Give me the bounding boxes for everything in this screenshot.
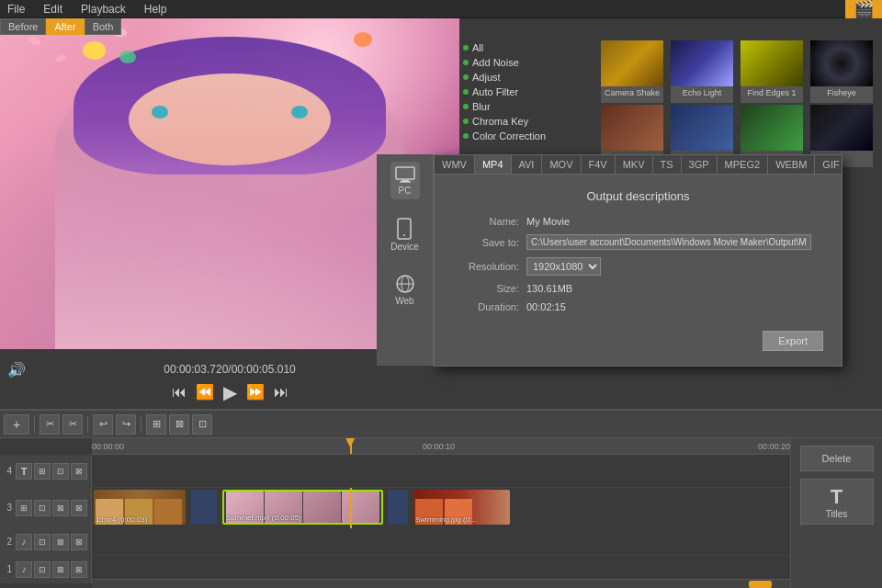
clip-swimming[interactable]: Swimming.jpg (0:...: [413, 490, 510, 525]
titles-button[interactable]: T Titles: [800, 479, 874, 525]
form-row-resolution: Resolution: 1920x1080 1280x720 854x480: [453, 257, 823, 276]
track-icon-lock1[interactable]: ⊠: [52, 561, 69, 578]
track-icon-eye2[interactable]: ⊡: [34, 534, 51, 550]
resolution-select[interactable]: 1920x1080 1280x720 854x480: [526, 257, 601, 276]
effects-panel: All Add Noise Adjust Auto Filter Blur Ch…: [459, 37, 597, 147]
filter-fisheye[interactable]: Fisheye: [810, 40, 873, 103]
track-icon-lock3[interactable]: ⊠: [52, 500, 69, 516]
fast-forward-button[interactable]: ⏩: [246, 383, 265, 401]
timeline-toolbar: + ✂ ✂ ↩ ↪ ⊞ ⊠ ⊡: [0, 411, 882, 438]
track-icon-eye3[interactable]: ⊡: [34, 500, 51, 516]
track-icon-mute3[interactable]: ⊠: [71, 500, 87, 516]
effect-blur[interactable]: Blur: [459, 99, 597, 114]
tl-sep3: [141, 416, 141, 433]
track-content-2: [92, 528, 790, 555]
timeline-area: + ✂ ✂ ↩ ↪ ⊞ ⊠ ⊡ 00:00:00 00:00:10 00:00:…: [0, 409, 882, 588]
filter-echo-light-label: Echo Light: [681, 86, 724, 99]
timeline-scrollbar[interactable]: [92, 579, 790, 588]
filter-camera-shake-label: Camera Shake: [603, 86, 662, 99]
save-to-input[interactable]: [526, 234, 811, 250]
dialog-title: Output descriptions: [453, 189, 823, 203]
tab-wmv[interactable]: WMV: [435, 155, 475, 174]
track-icon-lock2[interactable]: ⊠: [52, 534, 69, 550]
filter-camera-shake[interactable]: Camera Shake: [601, 40, 663, 103]
effect-add-noise[interactable]: Add Noise: [459, 55, 597, 70]
device-mobile[interactable]: Device: [387, 214, 423, 255]
tab-mpeg2[interactable]: MPEG2: [718, 155, 769, 174]
skip-to-end-button[interactable]: ⏭: [274, 384, 288, 401]
resolution-label: Resolution:: [453, 261, 526, 272]
tab-mp4[interactable]: MP4: [475, 155, 512, 174]
transition-1[interactable]: [191, 490, 217, 525]
track-icon-film3[interactable]: ⊞: [16, 500, 32, 516]
device-sidebar: PC Device Web: [377, 154, 434, 366]
export-button[interactable]: Export: [763, 331, 823, 351]
effect-all[interactable]: All: [459, 40, 597, 55]
track-icon-mute4[interactable]: ⊠: [71, 463, 87, 480]
device-pc-label: PC: [399, 186, 412, 196]
tab-f4v[interactable]: F4V: [582, 155, 616, 174]
menu-help[interactable]: Help: [141, 3, 171, 16]
device-mobile-label: Device: [390, 242, 419, 252]
device-pc[interactable]: PC: [390, 162, 420, 199]
tab-both[interactable]: Both: [85, 18, 122, 35]
export-dialog: WMV MP4 AVI MOV F4V MKV TS 3GP MPEG2 WEB…: [434, 154, 842, 367]
filter-echo-light[interactable]: Echo Light: [671, 40, 733, 103]
tab-mov[interactable]: MOV: [542, 155, 581, 174]
tab-webm[interactable]: WEBM: [768, 155, 815, 174]
track-icon-note1[interactable]: ♪: [16, 561, 32, 578]
save-to-label: Save to:: [453, 237, 526, 248]
track-icon-eye4[interactable]: ⊡: [52, 463, 69, 480]
transition-2[interactable]: [388, 490, 408, 525]
track-content-3: 1.mp4 (0:00:03) Summer.mp4 (0:00:05): [92, 488, 790, 528]
view-tabs: Before After Both: [0, 18, 121, 35]
device-web[interactable]: Web: [391, 270, 419, 310]
clip-summer[interactable]: Summer.mp4 (0:00:05): [222, 490, 383, 525]
effect-chroma-key[interactable]: Chroma Key: [459, 114, 597, 129]
grid1-button[interactable]: ⊞: [146, 414, 166, 435]
track-num-4: 4: [6, 466, 12, 476]
undo-button[interactable]: ↩: [93, 414, 113, 435]
tab-before[interactable]: Before: [0, 18, 46, 35]
duration-label: Duration:: [453, 301, 526, 312]
dialog-content: Output descriptions Name: My Movie Save …: [435, 175, 842, 366]
tab-after[interactable]: After: [46, 18, 84, 35]
track-icon-T[interactable]: T: [16, 463, 32, 480]
tab-gif[interactable]: GIF: [815, 155, 842, 174]
track-num-1: 1: [6, 564, 12, 574]
filter-find-edges[interactable]: Find Edges 1: [741, 40, 803, 103]
form-row-save: Save to:: [453, 234, 823, 250]
redo-button[interactable]: ↪: [116, 414, 136, 435]
tab-mkv[interactable]: MKV: [616, 155, 653, 174]
scroll-thumb[interactable]: [749, 581, 772, 588]
track-icon-mute1[interactable]: ⊠: [71, 561, 87, 578]
effect-auto-filter[interactable]: Auto Filter: [459, 85, 597, 99]
add-button[interactable]: +: [4, 414, 29, 435]
track-icon-note2[interactable]: ♪: [16, 534, 32, 550]
grid3-button[interactable]: ⊡: [192, 414, 212, 435]
track-num-3: 3: [6, 503, 12, 513]
tab-avi[interactable]: AVI: [512, 155, 543, 174]
rewind-button[interactable]: ⏪: [196, 383, 214, 401]
effect-adjust[interactable]: Adjust: [459, 70, 597, 85]
clip-1mp4[interactable]: 1.mp4 (0:00:03): [94, 490, 186, 525]
track-icon-eye1[interactable]: ⊡: [34, 561, 51, 578]
skip-to-start-button[interactable]: ⏮: [172, 384, 187, 401]
menu-file[interactable]: File: [4, 3, 28, 16]
menu-edit[interactable]: Edit: [40, 3, 66, 16]
volume-icon[interactable]: 🔊: [7, 361, 26, 379]
playhead[interactable]: [350, 438, 352, 454]
track-row-3: 3 ⊞ ⊡ ⊠ ⊠ 1.mp4 (0:00:03): [0, 488, 882, 528]
grid2-button[interactable]: ⊠: [169, 414, 189, 435]
track-icon-lock4[interactable]: ⊞: [34, 463, 51, 480]
tab-ts[interactable]: TS: [653, 155, 682, 174]
cut2-button[interactable]: ✂: [62, 414, 83, 435]
cut-button[interactable]: ✂: [40, 414, 60, 435]
timeline-ruler: 00:00:00 00:00:10 00:00:20: [92, 438, 790, 455]
effect-color-correction[interactable]: Color Correction: [459, 129, 597, 143]
menu-playback[interactable]: Playback: [77, 3, 130, 16]
delete-button[interactable]: Delete: [800, 446, 874, 471]
tab-3gp[interactable]: 3GP: [682, 155, 718, 174]
play-button[interactable]: ▶: [223, 381, 237, 403]
track-icon-mute2[interactable]: ⊠: [71, 534, 87, 550]
